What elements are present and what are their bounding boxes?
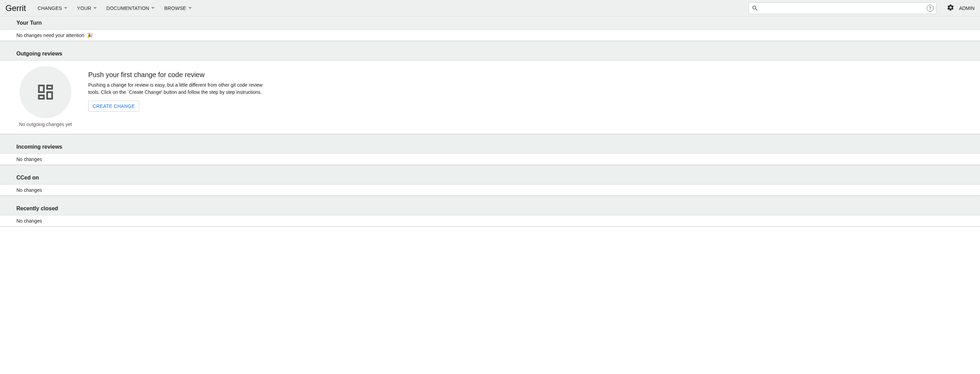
section-header: Your Turn	[0, 16, 980, 30]
section-recent: Recently closed No changes	[0, 202, 980, 227]
chevron-down-icon	[151, 7, 154, 9]
section-header: CCed on	[0, 171, 980, 185]
your-turn-message: No changes need your attention	[16, 32, 84, 38]
nav-documentation[interactable]: DOCUMENTATION	[102, 0, 159, 16]
section-your-turn: Your Turn No changes need your attention…	[0, 16, 980, 41]
section-cced: CCed on No changes	[0, 171, 980, 196]
empty-description: Pushing a change for review is easy, but…	[88, 82, 273, 96]
dashboard-icon	[35, 82, 56, 102]
section-body: No changes	[0, 216, 980, 226]
search-box[interactable]: ?	[749, 2, 937, 14]
app-logo[interactable]: Gerrit	[5, 3, 26, 13]
search-icon	[752, 5, 759, 12]
gear-icon[interactable]	[947, 4, 955, 13]
nav-menu: CHANGES YOUR DOCUMENTATION BROWSE	[33, 0, 197, 16]
empty-title: Push your first change for code review	[88, 71, 273, 79]
empty-caption: No outgoing changes yet	[19, 121, 72, 127]
section-body: No changes	[0, 154, 980, 165]
celebrate-icon: 🎉	[87, 32, 93, 38]
section-body: No changes need your attention 🎉	[0, 30, 980, 41]
nav-label: BROWSE	[164, 5, 186, 11]
empty-circle	[19, 66, 72, 118]
chevron-down-icon	[188, 7, 192, 9]
section-incoming: Incoming reviews No changes	[0, 141, 980, 165]
user-menu[interactable]: ADMIN	[959, 5, 975, 11]
search-input[interactable]	[759, 5, 927, 11]
nav-label: YOUR	[77, 5, 91, 11]
nav-label: CHANGES	[38, 5, 62, 11]
nav-label: DOCUMENTATION	[107, 5, 149, 11]
top-bar: Gerrit CHANGES YOUR DOCUMENTATION BROWSE…	[0, 0, 980, 16]
section-header: Recently closed	[0, 202, 980, 216]
nav-your[interactable]: YOUR	[72, 0, 102, 16]
chevron-down-icon	[93, 7, 97, 9]
empty-state-text: Push your first change for code review P…	[88, 66, 273, 112]
empty-state-graphic: No outgoing changes yet	[16, 66, 75, 127]
incoming-message: No changes	[16, 157, 42, 162]
section-body: No changes	[0, 185, 980, 195]
section-header: Incoming reviews	[0, 141, 980, 154]
section-header: Outgoing reviews	[0, 47, 980, 61]
section-body: No outgoing changes yet Push your first …	[0, 61, 980, 134]
recent-message: No changes	[16, 218, 42, 224]
nav-browse[interactable]: BROWSE	[159, 0, 196, 16]
help-icon[interactable]: ?	[927, 5, 934, 12]
cced-message: No changes	[16, 187, 42, 193]
nav-changes[interactable]: CHANGES	[33, 0, 72, 16]
chevron-down-icon	[64, 7, 67, 9]
create-change-button[interactable]: CREATE CHANGE	[88, 101, 139, 112]
section-outgoing: Outgoing reviews No outgoing changes yet…	[0, 47, 980, 134]
